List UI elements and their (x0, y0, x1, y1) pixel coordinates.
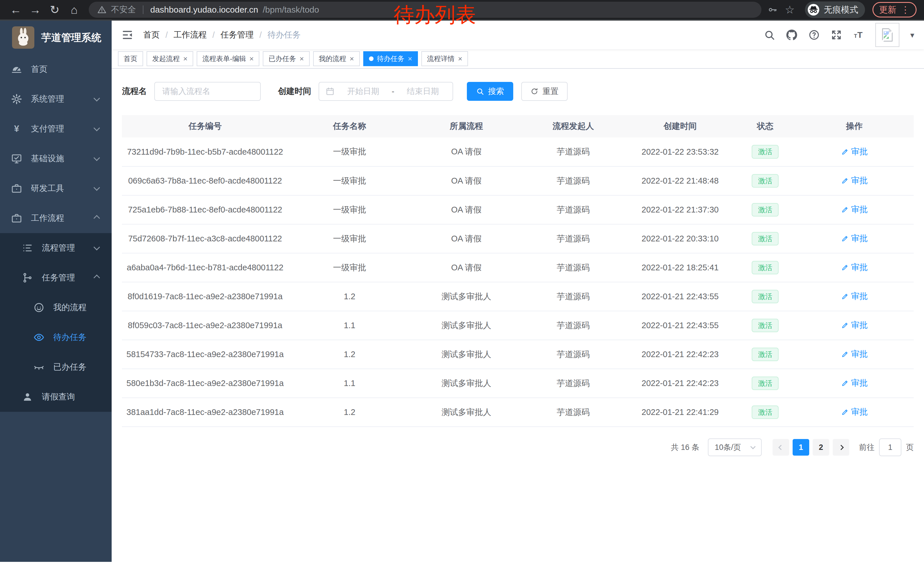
sidebar-item[interactable]: ¥支付管理 (0, 114, 112, 144)
cell-process: OA 请假 (411, 137, 522, 167)
sidebar-item[interactable]: 流程管理 (0, 233, 112, 263)
font-size-icon[interactable]: TT (853, 29, 864, 41)
goto-page-input[interactable] (879, 438, 902, 456)
tab[interactable]: 我的流程× (313, 51, 360, 66)
breadcrumb: 首页 / 工作流程 / 任务管理 / 待办任务 (143, 29, 300, 41)
tab[interactable]: 已办任务× (263, 51, 309, 66)
process-name-input[interactable] (154, 82, 261, 101)
tab-close-icon[interactable]: × (458, 55, 462, 62)
approve-link[interactable]: 审批 (841, 377, 868, 389)
tab-close-icon[interactable]: × (183, 55, 188, 62)
github-icon[interactable] (786, 29, 798, 41)
sidebar-logo-row[interactable]: 芋道管理系统 (0, 21, 112, 50)
sidebar-item[interactable]: 我的流程 (0, 293, 112, 323)
tab-active[interactable]: 待办任务× (363, 51, 418, 66)
browser-menu-dots-icon[interactable]: ⋮ (901, 4, 910, 15)
filter-form: 流程名 创建时间 开始日期 - 结束日期 搜索 重置 (122, 82, 914, 101)
search-button[interactable]: 搜索 (467, 82, 513, 101)
cell-process: 测试多审批人 (411, 398, 522, 427)
approve-link[interactable]: 审批 (841, 291, 868, 302)
app-frame: 芋道管理系统 首页系统管理¥支付管理基础设施研发工具工作流程流程管理任务管理我的… (0, 21, 924, 562)
search-icon[interactable] (764, 29, 775, 41)
reset-button[interactable]: 重置 (521, 82, 568, 101)
sidebar-item-label: 请假查询 (42, 391, 75, 402)
approve-link[interactable]: 审批 (841, 406, 868, 418)
sidebar-item[interactable]: 系统管理 (0, 84, 112, 114)
sidebar-item[interactable]: 已办任务 (0, 352, 112, 382)
pagination-goto: 前往 页 (859, 438, 914, 456)
avatar[interactable] (875, 23, 899, 47)
edit-icon (841, 321, 849, 329)
breadcrumb-item[interactable]: 任务管理 (220, 29, 254, 41)
home-icon[interactable]: ⌂ (66, 4, 82, 15)
fullscreen-icon[interactable] (831, 29, 842, 41)
bookmark-star-icon[interactable]: ☆ (785, 4, 795, 15)
breadcrumb-item[interactable]: 首页 (143, 29, 160, 41)
sidebar-item[interactable]: 待办任务 (0, 323, 112, 352)
next-page-button[interactable] (833, 439, 849, 456)
approve-link[interactable]: 审批 (841, 233, 868, 244)
sidebar-item[interactable]: 工作流程 (0, 203, 112, 233)
sidebar-collapse-icon[interactable] (122, 29, 134, 41)
reload-icon[interactable]: ↻ (46, 4, 63, 15)
cell-created: 2022-01-21 22:42:23 (625, 340, 735, 369)
cell-initiator: 芋道源码 (522, 253, 625, 282)
tab-close-icon[interactable]: × (299, 55, 304, 62)
column-header: 流程发起人 (522, 115, 625, 137)
cell-action: 审批 (795, 167, 914, 195)
browser-update-button[interactable]: 更新 ⋮ (873, 2, 916, 18)
approve-link[interactable]: 审批 (841, 175, 868, 186)
start-date-placeholder[interactable]: 开始日期 (340, 86, 386, 97)
sidebar-item[interactable]: 任务管理 (0, 263, 112, 293)
logo-image (12, 26, 34, 49)
end-date-placeholder[interactable]: 结束日期 (400, 86, 446, 97)
sidebar-item[interactable]: 请假查询 (0, 382, 112, 412)
tab[interactable]: 发起流程× (147, 51, 193, 66)
table-row: 75d72608-7b7f-11ec-a3c8-acde48001122一级审批… (122, 224, 914, 253)
tab[interactable]: 流程详情× (422, 51, 468, 66)
cell-process: 测试多审批人 (411, 369, 522, 398)
cell-task-name: 一级审批 (288, 195, 411, 224)
approve-link[interactable]: 审批 (841, 146, 868, 158)
tab-close-icon[interactable]: × (408, 55, 412, 62)
create-time-label: 创建时间 (278, 86, 311, 97)
approve-link[interactable]: 审批 (841, 204, 868, 215)
breadcrumb-separator: / (212, 30, 214, 40)
browser-actions: ☆ 无痕模式 更新 ⋮ (768, 2, 916, 18)
security-label[interactable]: 不安全 (111, 4, 136, 15)
tab-close-icon[interactable]: × (249, 55, 254, 62)
tab[interactable]: 首页 (118, 51, 143, 66)
breadcrumb-item[interactable]: 工作流程 (174, 29, 207, 41)
sidebar-item[interactable]: 首页 (0, 54, 112, 84)
chevron-down-icon (94, 155, 100, 161)
approve-link[interactable]: 审批 (841, 262, 868, 273)
page-number-button[interactable]: 2 (813, 439, 829, 456)
page-size-value: 10条/页 (715, 442, 741, 452)
tab-close-icon[interactable]: × (350, 55, 354, 62)
sidebar-item-label: 工作流程 (31, 213, 64, 224)
sidebar-item[interactable]: 研发工具 (0, 174, 112, 203)
calendar-icon (326, 87, 334, 96)
date-range-picker[interactable]: 开始日期 - 结束日期 (319, 82, 453, 101)
table-header-row: 任务编号任务名称所属流程流程发起人创建时间状态操作 (122, 115, 914, 137)
sidebar-item[interactable]: 基础设施 (0, 144, 112, 174)
password-key-icon[interactable] (768, 5, 777, 15)
cell-created: 2022-01-22 23:53:32 (625, 137, 735, 167)
approve-link[interactable]: 审批 (841, 320, 868, 331)
tab[interactable]: 流程表单-编辑× (196, 51, 260, 66)
reset-button-label: 重置 (542, 86, 558, 97)
help-icon[interactable] (808, 29, 820, 41)
approve-link[interactable]: 审批 (841, 348, 868, 360)
page-size-select[interactable]: 10条/页 (708, 438, 762, 456)
tab-label: 首页 (124, 54, 137, 63)
pagination-total: 共 16 条 (671, 442, 699, 452)
avatar-caret-down-icon[interactable]: ▾ (910, 30, 914, 40)
not-secure-warning-icon (98, 5, 106, 14)
prev-page-button[interactable] (772, 439, 789, 456)
back-icon[interactable]: ← (8, 4, 24, 15)
cell-action: 审批 (795, 224, 914, 253)
forward-icon[interactable]: → (27, 4, 44, 15)
cell-initiator: 芋道源码 (522, 195, 625, 224)
page-number-button[interactable]: 1 (793, 439, 809, 456)
face-icon (33, 302, 45, 313)
